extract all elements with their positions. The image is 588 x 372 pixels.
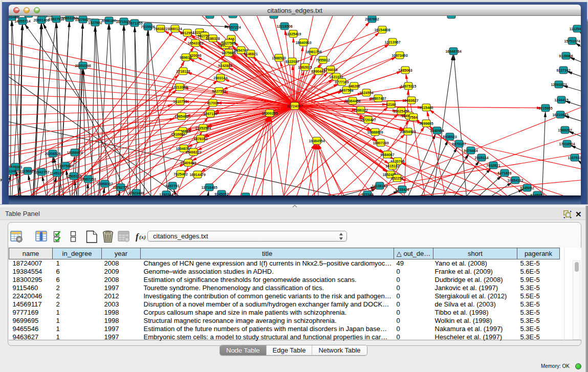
svg-text:12923448: 12923448	[128, 191, 144, 195]
svg-text:9327508: 9327508	[222, 41, 235, 45]
svg-text:3875685: 3875685	[222, 51, 235, 55]
svg-text:2803144: 2803144	[213, 76, 227, 80]
svg-text:9245052: 9245052	[530, 193, 544, 195]
svg-text:8878352: 8878352	[193, 137, 207, 141]
svg-text:17359924: 17359924	[67, 151, 82, 155]
svg-text:1292344: 1292344	[159, 193, 173, 195]
svg-text:9684067: 9684067	[380, 153, 394, 157]
svg-text:16154808: 16154808	[374, 28, 390, 32]
svg-text:12093873: 12093873	[551, 83, 567, 86]
svg-text:18807249: 18807249	[373, 141, 388, 145]
svg-text:9115460: 9115460	[420, 106, 433, 110]
svg-text:1588520: 1588520	[272, 56, 286, 60]
svg-text:989614: 989614	[180, 56, 191, 59]
svg-text:7625402: 7625402	[173, 172, 187, 176]
svg-text:(x): (x)	[139, 234, 146, 240]
svg-text:9129966: 9129966	[559, 54, 573, 58]
svg-text:9457791: 9457791	[165, 184, 179, 188]
svg-text:6794028: 6794028	[323, 68, 337, 72]
svg-text:3267130: 3267130	[203, 112, 217, 116]
svg-text:8938923: 8938923	[443, 135, 456, 139]
svg-text:20053346: 20053346	[75, 64, 91, 68]
svg-text:10958107: 10958107	[97, 182, 113, 186]
svg-text:972344: 972344	[361, 193, 373, 195]
svg-text:1615132: 1615132	[385, 164, 399, 168]
svg-text:16782759: 16782759	[113, 186, 128, 189]
svg-text:16914479: 16914479	[189, 173, 205, 177]
svg-text:16671355: 16671355	[126, 21, 142, 25]
svg-text:10807487: 10807487	[370, 97, 386, 100]
svg-text:9699695: 9699695	[419, 122, 433, 125]
svg-text:12975115: 12975115	[401, 84, 417, 88]
svg-text:417006: 417006	[207, 101, 219, 105]
svg-text:3624554: 3624554	[359, 91, 373, 95]
svg-text:19654923: 19654923	[400, 130, 416, 134]
svg-text:12213369: 12213369	[171, 85, 187, 89]
svg-text:15720407: 15720407	[360, 118, 376, 122]
svg-text:20364456: 20364456	[344, 99, 360, 103]
svg-text:14136141: 14136141	[372, 184, 387, 188]
svg-text:1640954: 1640954	[430, 129, 444, 133]
svg-text:16210643: 16210643	[552, 113, 568, 117]
svg-text:62160: 62160	[386, 103, 396, 106]
svg-text:7386322: 7386322	[354, 108, 367, 112]
svg-text:1965492: 1965492	[175, 115, 188, 118]
svg-text:18640910: 18640910	[295, 41, 311, 45]
svg-text:3215955: 3215955	[538, 106, 552, 110]
svg-text:12213967: 12213967	[384, 40, 400, 44]
svg-text:1569297: 1569297	[558, 128, 572, 132]
svg-text:9146821: 9146821	[244, 52, 257, 56]
svg-text:11325419: 11325419	[286, 32, 301, 36]
svg-text:7663822: 7663822	[154, 27, 167, 31]
svg-text:10654112: 10654112	[508, 179, 524, 182]
svg-text:8186328: 8186328	[206, 37, 220, 40]
svg-text:9245052: 9245052	[520, 186, 534, 190]
svg-text:16961758: 16961758	[306, 50, 321, 54]
svg-text:7584: 7584	[409, 116, 418, 119]
svg-text:1916682: 1916682	[171, 133, 185, 136]
svg-text:7485063: 7485063	[398, 69, 412, 72]
svg-text:9245052: 9245052	[214, 192, 228, 195]
svg-text:9227342: 9227342	[556, 69, 570, 72]
svg-text:1733426: 1733426	[395, 188, 409, 191]
svg-text:16409489: 16409489	[180, 161, 196, 165]
svg-text:8471626: 8471626	[497, 171, 511, 175]
svg-text:19498222: 19498222	[185, 150, 201, 154]
svg-text:14055714: 14055714	[14, 19, 30, 23]
svg-text:18724007: 18724007	[287, 104, 302, 108]
svg-text:6879197: 6879197	[452, 142, 466, 146]
svg-text:20691406: 20691406	[33, 18, 49, 22]
svg-text:2718126: 2718126	[176, 70, 190, 73]
svg-text:13716485: 13716485	[201, 186, 217, 189]
svg-text:6966160: 6966160	[102, 19, 116, 23]
svg-text:20206526: 20206526	[45, 152, 60, 156]
svg-text:8427552: 8427552	[212, 90, 226, 93]
svg-text:1527602: 1527602	[88, 21, 102, 25]
svg-text:10688609: 10688609	[367, 130, 383, 134]
svg-text:9474444: 9474444	[464, 149, 477, 152]
svg-text:12505135: 12505135	[66, 174, 81, 178]
svg-text:2935114: 2935114	[475, 156, 489, 160]
svg-text:17016504: 17016504	[559, 142, 575, 146]
svg-text:746266: 746266	[348, 84, 360, 88]
svg-text:1610755: 1610755	[173, 100, 187, 103]
svg-text:8454749: 8454749	[234, 49, 248, 52]
svg-text:252254: 252254	[391, 177, 403, 180]
svg-text:12342757: 12342757	[33, 170, 49, 174]
svg-text:9463627: 9463627	[404, 99, 418, 102]
svg-text:17957253: 17957253	[80, 178, 96, 181]
svg-text:9777169: 9777169	[335, 80, 349, 84]
svg-text:19384554: 19384554	[309, 139, 324, 143]
svg-text:10973493: 10973493	[391, 54, 407, 57]
svg-text:11125419: 11125419	[570, 27, 581, 31]
svg-text:8322037: 8322037	[285, 60, 299, 63]
svg-text:1903481: 1903481	[9, 16, 19, 19]
svg-text:7632621: 7632621	[486, 164, 500, 167]
svg-text:1362615: 1362615	[298, 65, 312, 69]
svg-text:1145193: 1145193	[50, 171, 64, 175]
svg-text:1244415: 1244415	[554, 98, 568, 102]
svg-text:16648784: 16648784	[445, 50, 461, 53]
svg-text:9242848: 9242848	[218, 64, 232, 68]
svg-text:2087682: 2087682	[365, 17, 379, 21]
svg-text:12218506: 12218506	[276, 25, 292, 28]
